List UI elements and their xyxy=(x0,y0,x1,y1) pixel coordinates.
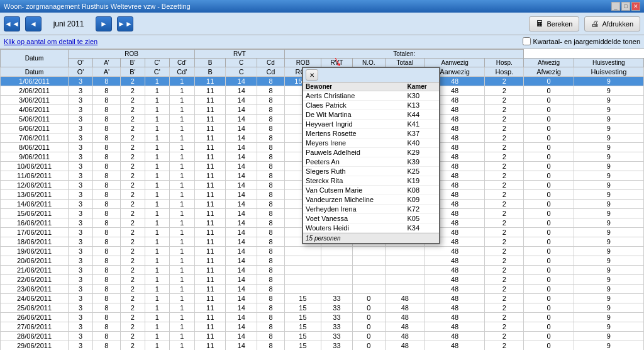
detail-link[interactable]: Klik op aantal om detail te zien xyxy=(4,38,97,45)
rvt-cell xyxy=(321,275,352,285)
dropdown-person-row[interactable]: Sterckx Rita K19 xyxy=(303,176,439,186)
c-cell: 1 xyxy=(145,228,169,237)
cd2-cell: 8 xyxy=(257,171,284,181)
huisvesting-cell: 9 xyxy=(574,294,643,303)
cd2-cell: 8 xyxy=(257,303,284,313)
a-cell: 8 xyxy=(92,341,120,351)
minimize-button[interactable]: _ xyxy=(611,2,620,11)
date-cell: 2/06/2011 xyxy=(1,86,69,96)
c2-cell: 14 xyxy=(226,266,257,275)
person-naam: Wouters Heidi xyxy=(303,223,405,233)
date-cell: 20/06/2011 xyxy=(1,256,69,266)
dropdown-person-row[interactable]: Heyvaert Ingrid K41 xyxy=(303,120,439,129)
person-naam: Mertens Rosette xyxy=(303,129,405,138)
cd-cell: 1 xyxy=(169,322,194,332)
date-cell: 6/06/2011 xyxy=(1,124,69,133)
dropdown-person-row[interactable]: Slegers Ruth K25 xyxy=(303,167,439,176)
hosp-cell: 2 xyxy=(485,266,524,275)
b-cell: 2 xyxy=(121,256,145,266)
aanwezig-col-header: Aanwezig xyxy=(425,59,484,67)
dropdown-person-row[interactable]: Peeters An K39 xyxy=(303,157,439,167)
huisvesting-cell: 9 xyxy=(574,77,643,86)
c2-cell: 14 xyxy=(226,247,257,256)
dropdown-person-row[interactable]: Voet Vanessa K05 xyxy=(303,214,439,223)
dropdown-person-row[interactable]: Vandeurzen Micheline K09 xyxy=(303,195,439,205)
maximize-button[interactable]: □ xyxy=(621,2,630,11)
next-next-button[interactable]: ►► xyxy=(117,16,133,31)
c2-cell: 14 xyxy=(226,275,257,285)
cd-cell: 1 xyxy=(169,77,194,86)
c-cell: 1 xyxy=(145,275,169,285)
a-cell: 8 xyxy=(92,171,120,181)
b2-cell: 11 xyxy=(194,181,225,190)
b2-cell: 11 xyxy=(194,256,225,266)
dropdown-person-row[interactable]: Aerts Christiane K30 xyxy=(303,91,439,101)
dropdown-close-button[interactable]: ✕ xyxy=(306,69,318,81)
cd-cell: 1 xyxy=(169,171,194,181)
huisvesting-cell: 9 xyxy=(574,237,643,247)
hosp-cell: 2 xyxy=(485,237,524,247)
person-naam: Van Cutsem Marie xyxy=(303,186,405,195)
huisvesting-cell: 9 xyxy=(574,105,643,115)
a-cell: 8 xyxy=(92,190,120,200)
person-kamer: K44 xyxy=(405,110,439,120)
cd2-cell: 8 xyxy=(257,256,284,266)
gemiddelde-checkbox-label[interactable]: Kwartaal- en jaargemiddelde tonen xyxy=(523,37,640,45)
a-cell: 8 xyxy=(92,247,120,256)
next-button[interactable]: ► xyxy=(96,16,112,31)
c-cell: 1 xyxy=(145,152,169,162)
bereken-button[interactable]: 🖩 Bereken xyxy=(529,16,579,31)
afwezig-cell: 0 xyxy=(524,303,574,313)
no-col-header: N.O. xyxy=(353,59,386,67)
table-row: 27/06/2011 3 8 2 1 1 11 14 8 15 33 0 48 … xyxy=(1,322,644,332)
o-cell: 3 xyxy=(69,200,93,209)
b-cell: 2 xyxy=(121,162,145,171)
table-row: 29/06/2011 3 8 2 1 1 11 14 8 15 33 0 48 … xyxy=(1,341,644,351)
afwezig-cell: 0 xyxy=(524,190,574,200)
b2-sub: B xyxy=(194,67,225,77)
o-cell: 3 xyxy=(69,96,93,105)
o-cell: 3 xyxy=(69,77,93,86)
c-header: C' xyxy=(145,59,169,67)
c-cell: 1 xyxy=(145,294,169,303)
cd2-cell: 8 xyxy=(257,124,284,133)
dropdown-person-row[interactable]: Verheyden Irena K72 xyxy=(303,205,439,214)
prev-prev-button[interactable]: ◄◄ xyxy=(4,16,20,31)
dropdown-person-row[interactable]: Meyers Irene K40 xyxy=(303,138,439,148)
rvt-group-header: RVT xyxy=(194,50,284,59)
no-cell xyxy=(353,247,386,256)
totaal-cell xyxy=(385,275,425,285)
o-cell: 3 xyxy=(69,303,93,313)
cd-cell: 1 xyxy=(169,228,194,237)
dropdown-person-row[interactable]: Van Cutsem Marie K08 xyxy=(303,186,439,195)
a-cell: 8 xyxy=(92,237,120,247)
title-bar: Woon- zorgmanagement Rusthuis Weltevree … xyxy=(0,0,644,13)
huisvesting-cell: 9 xyxy=(574,275,643,285)
hosp-sub: Hosp. xyxy=(485,67,524,77)
a-cell: 8 xyxy=(92,77,120,86)
afwezig-sub: Afwezig xyxy=(524,67,574,77)
window-controls: _ □ ✕ xyxy=(611,2,640,11)
date-cell: 16/06/2011 xyxy=(1,218,69,228)
gemiddelde-checkbox[interactable] xyxy=(523,37,531,45)
dropdown-person-row[interactable]: Pauwels Adelheid K29 xyxy=(303,148,439,157)
totaal-cell xyxy=(385,266,425,275)
dropdown-person-row[interactable]: De Wit Martina K44 xyxy=(303,110,439,120)
c2-cell: 14 xyxy=(226,237,257,247)
afwezig-cell: 0 xyxy=(524,143,574,152)
dropdown-person-row[interactable]: Mertens Rosette K37 xyxy=(303,129,439,138)
date-cell: 13/06/2011 xyxy=(1,190,69,200)
c2-cell: 14 xyxy=(226,285,257,294)
afdrukken-button[interactable]: 🖨 Afdrukken xyxy=(584,16,640,31)
hosp-col-header: Hosp. xyxy=(485,59,524,67)
date-cell: 25/06/2011 xyxy=(1,303,69,313)
dropdown-person-row[interactable]: Claes Patrick K13 xyxy=(303,101,439,110)
date-cell: 8/06/2011 xyxy=(1,143,69,152)
afwezig-cell: 0 xyxy=(524,247,574,256)
b2-cell: 11 xyxy=(194,124,225,133)
o-cell: 3 xyxy=(69,115,93,124)
close-button[interactable]: ✕ xyxy=(631,2,640,11)
c-cell: 1 xyxy=(145,190,169,200)
dropdown-person-row[interactable]: Wouters Heidi K34 xyxy=(303,223,439,233)
prev-button[interactable]: ◄ xyxy=(25,16,42,31)
